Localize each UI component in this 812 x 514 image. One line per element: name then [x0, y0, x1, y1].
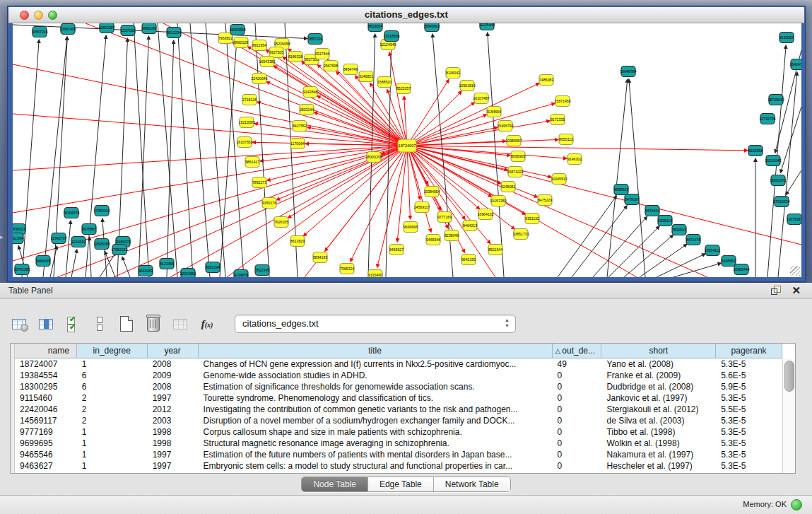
table-cell[interactable]: 1	[77, 460, 148, 472]
table-cell[interactable]: 5.3E-5	[716, 426, 782, 438]
table-cell[interactable]: 2	[77, 392, 148, 404]
table-cell[interactable]: 1	[77, 449, 148, 460]
canvas-resize-grip-icon[interactable]	[790, 266, 800, 276]
scrollbar-thumb[interactable]	[784, 361, 794, 392]
column-header-title[interactable]: title	[199, 344, 553, 358]
table-row[interactable]: 946362711997Embryonic stem cells: a mode…	[15, 460, 782, 472]
row-height-icon[interactable]	[90, 315, 109, 333]
column-header-name[interactable]: name	[15, 344, 77, 358]
table-cell[interactable]: Structural magnetic resonance image aver…	[199, 438, 553, 449]
tab-node-table[interactable]: Node Table	[302, 477, 368, 491]
column-selector-icon[interactable]	[37, 315, 55, 333]
table-cell[interactable]: 1	[77, 438, 148, 449]
network-canvas[interactable]: 1872400779638228960128891295415226058932…	[13, 23, 801, 277]
table-cell[interactable]: 0	[553, 392, 602, 404]
select-all-icon[interactable]: ✔ ✔	[64, 315, 82, 333]
table-cell[interactable]: 18724007	[15, 358, 77, 370]
column-header-indegree[interactable]: in_degree	[77, 344, 148, 358]
table-cell[interactable]: 5.3E-5	[716, 392, 782, 404]
table-row[interactable]: 1872400712008Changes of HCN gene express…	[15, 358, 782, 370]
network-graph[interactable]: 1872400779638228960128891295415226058932…	[13, 23, 801, 277]
table-cell[interactable]: 5.3E-5	[716, 358, 782, 370]
table-cell[interactable]: de Silva et al. (2003)	[601, 415, 716, 426]
table-cell[interactable]: 9699695	[15, 438, 77, 449]
table-cell[interactable]: 1	[77, 426, 148, 438]
table-cell[interactable]: Changes of HCN gene expression and I(f) …	[199, 358, 553, 370]
table-cell[interactable]: 0	[553, 460, 602, 472]
table-cell[interactable]: 49	[553, 358, 602, 370]
tab-edge-table[interactable]: Edge Table	[368, 477, 434, 491]
table-cell[interactable]: 1998	[148, 426, 199, 438]
table-cell[interactable]: Franke et al. (2009)	[601, 370, 716, 381]
table-cell[interactable]: Corpus callosum shape and size in male p…	[199, 426, 553, 438]
table-cell[interactable]: Tourette syndrome. Phenomenology and cla…	[199, 392, 553, 404]
table-cell[interactable]: Investigating the contribution of common…	[199, 404, 553, 415]
table-cell[interactable]: 5.3E-5	[716, 438, 782, 449]
table-cell[interactable]: 5.3E-5	[716, 460, 782, 472]
table-cell[interactable]: Jankovic et al. (1997)	[601, 392, 716, 404]
table-cell[interactable]: 0	[553, 449, 602, 460]
table-cell[interactable]: 9465546	[15, 449, 77, 460]
table-cell[interactable]: 1997	[148, 449, 199, 460]
table-cell[interactable]: 2008	[148, 358, 199, 370]
delete-icon[interactable]	[144, 315, 163, 333]
table-cell[interactable]: Tibbo et al. (1998)	[601, 426, 716, 438]
table-cell[interactable]: 0	[553, 381, 602, 392]
table-cell[interactable]: 6	[77, 381, 148, 392]
table-cell[interactable]: Hescheler et al. (1997)	[601, 460, 716, 472]
table-cell[interactable]: Stergiakouli et al. (2012)	[601, 404, 716, 415]
table-cell[interactable]: 18300295	[15, 381, 77, 392]
table-cell[interactable]: Dudbridge et al. (2008)	[601, 381, 716, 392]
table-cell[interactable]: 1998	[148, 438, 199, 449]
table-cell[interactable]: 2009	[148, 370, 199, 381]
table-cell[interactable]: Estimation of the future numbers of pati…	[199, 449, 553, 460]
column-header-short[interactable]: short	[601, 344, 716, 358]
table-cell[interactable]: 14569117	[15, 415, 77, 426]
table-row[interactable]: 1938455462009Genome-wide association stu…	[15, 370, 782, 381]
table-row[interactable]: 969969511998Structural magnetic resonanc…	[15, 438, 782, 449]
table-cell[interactable]: 5.3E-5	[716, 415, 782, 426]
column-header-outde[interactable]: △out_de...	[553, 344, 602, 358]
column-header-year[interactable]: year	[148, 344, 199, 358]
table-cell[interactable]: Yano et al. (2008)	[601, 358, 716, 370]
table-cell[interactable]: 1	[77, 358, 148, 370]
table-cell[interactable]: 2003	[148, 415, 199, 426]
table-row[interactable]: 1456911722003Disruption of a novel membe…	[15, 415, 782, 426]
vertical-scrollbar[interactable]	[782, 358, 795, 473]
close-icon[interactable]: ✕	[792, 284, 801, 296]
float-window-icon[interactable]	[771, 286, 781, 295]
table-cell[interactable]: 22420046	[15, 404, 77, 415]
table-cell[interactable]: 9777169	[15, 426, 77, 438]
table-cell[interactable]: 2	[77, 404, 148, 415]
table-cell[interactable]: 5.6E-5	[716, 370, 782, 381]
table-mode-icon[interactable]	[10, 315, 28, 333]
table-cell[interactable]: 0	[553, 415, 602, 426]
table-cell[interactable]: 19384554	[15, 370, 77, 381]
table-cell[interactable]: 0	[553, 370, 602, 381]
table-cell[interactable]: 9463627	[15, 460, 77, 472]
table-cell[interactable]: Wolkin et al. (1998)	[601, 438, 716, 449]
table-cell[interactable]: 5.3E-5	[716, 449, 782, 460]
table-cell[interactable]: 2008	[148, 381, 199, 392]
table-cell[interactable]: Disruption of a novel member of a sodium…	[199, 415, 553, 426]
new-document-icon[interactable]	[117, 315, 136, 333]
table-row[interactable]: 2242004622012Investigating the contribut…	[15, 404, 782, 415]
function-builder-icon[interactable]: f(x)	[198, 315, 216, 333]
table-row[interactable]: 1830029562008Estimation of significance …	[15, 381, 782, 392]
table-cell[interactable]: Nakamura et al. (1997)	[601, 449, 716, 460]
table-cell[interactable]: Embryonic stem cells: a model to study s…	[199, 460, 553, 472]
table-cell[interactable]: 0	[553, 438, 602, 449]
tab-network-table[interactable]: Network Table	[434, 477, 510, 491]
table-cell[interactable]: 9115460	[15, 392, 77, 404]
table-cell[interactable]: 5.9E-5	[716, 381, 782, 392]
column-header-pagerank[interactable]: pagerank	[716, 344, 782, 358]
network-window-titlebar[interactable]: citations_edges.txt	[8, 7, 804, 23]
network-table-dropdown[interactable]: citations_edges.txt ▲▼	[235, 315, 516, 333]
table-cell[interactable]: 2	[77, 415, 148, 426]
table-row[interactable]: 946554611997Estimation of the future num…	[15, 449, 782, 460]
table-cell[interactable]: 5.5E-5	[716, 404, 782, 415]
table-cell[interactable]: Estimation of significance thresholds fo…	[199, 381, 553, 392]
table-row[interactable]: 977716911998Corpus callosum shape and si…	[15, 426, 782, 438]
memory-ok-icon[interactable]	[791, 499, 802, 510]
table-cell[interactable]: 2012	[148, 404, 199, 415]
